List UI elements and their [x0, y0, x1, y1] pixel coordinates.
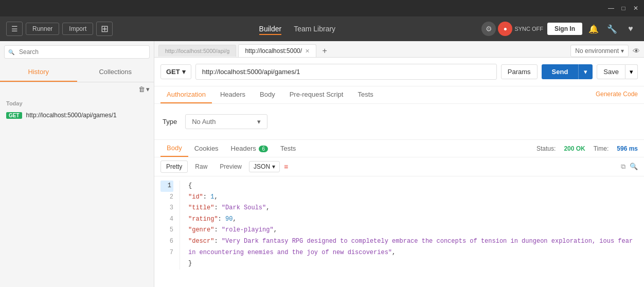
code-line-2: "id": 1,: [188, 192, 636, 203]
env-select[interactable]: No environment ▾: [570, 45, 629, 57]
wrench-icon[interactable]: 🔧: [605, 22, 619, 36]
line-numbers: 1 2 3 4 5 6 7: [154, 181, 180, 270]
method-select[interactable]: GET ▾: [160, 64, 191, 79]
heart-icon[interactable]: ♥: [623, 22, 638, 36]
maximize-button[interactable]: □: [619, 4, 628, 12]
env-chevron: ▾: [621, 47, 624, 55]
tab-headers[interactable]: Headers: [214, 86, 252, 103]
code-line-1: {: [188, 181, 636, 192]
code-line-7: }: [188, 258, 636, 270]
sync-area: ⚙ ● SYNC OFF: [481, 22, 543, 36]
app: ☰ Runner Import ⊞ Builder Team Library ⚙…: [0, 16, 644, 287]
auth-tabs: Authorization Headers Body Pre-request S…: [154, 86, 644, 104]
resp-icons: ⧉ 🔍: [621, 163, 638, 171]
time-value: 596 ms: [617, 145, 638, 152]
generate-code-link[interactable]: Generate Code: [596, 86, 638, 103]
type-label: Type: [163, 118, 177, 125]
method-chevron: ▾: [182, 68, 186, 76]
sidebar-toggle-button[interactable]: ☰: [6, 22, 23, 36]
collections-tab[interactable]: Collections: [77, 63, 154, 82]
runner-button[interactable]: Runner: [26, 23, 59, 35]
history-item[interactable]: GET http://localhost:5000/api/games/1: [6, 110, 148, 121]
titlebar: — □ ✕: [0, 0, 644, 16]
close-tab-icon[interactable]: ✕: [305, 48, 310, 55]
status-label: Status:: [536, 145, 556, 152]
tab-body[interactable]: Body: [254, 86, 281, 103]
save-button[interactable]: Save: [597, 64, 625, 79]
trash-button[interactable]: 🗑 ▾: [138, 85, 150, 93]
sidebar-tabs: History Collections: [0, 63, 154, 82]
auth-content: Type No Auth ▾: [154, 104, 644, 139]
save-dropdown-button[interactable]: ▾: [625, 64, 638, 79]
tab-pre-request[interactable]: Pre-request Script: [283, 86, 350, 103]
env-label: No environment: [575, 47, 619, 55]
tab-tests[interactable]: Tests: [351, 86, 379, 103]
line-num-2: 2: [160, 192, 173, 203]
trash-icon: 🗑: [138, 85, 145, 93]
code-line-6: "descr": "Very Dark fantasy RPG designed…: [188, 236, 636, 258]
resp-tab-body[interactable]: Body: [160, 140, 188, 157]
resp-body-tabs: Pretty Raw Preview JSON ▾ ≡ ⧉ 🔍: [154, 157, 644, 176]
request-tab-1[interactable]: http://localhost:5000/api/g: [158, 45, 236, 57]
close-button[interactable]: ✕: [632, 4, 640, 12]
body-area: History Collections 🗑 ▾ Today GET http:/…: [0, 41, 644, 287]
send-dropdown-button[interactable]: ▾: [578, 64, 593, 79]
resp-headers-label: Headers: [231, 145, 256, 152]
request-tabs-bar: http://localhost:5000/api/g http://local…: [154, 41, 644, 58]
history-url: http://localhost:5000/api/games/1: [26, 112, 117, 119]
time-label: Time:: [594, 145, 609, 152]
json-label: JSON: [254, 163, 270, 170]
search-wrap: [4, 45, 150, 59]
topnav-right: ⚙ ● SYNC OFF Sign In 🔔 🔧 ♥: [481, 22, 638, 36]
builder-tab[interactable]: Builder: [259, 23, 282, 35]
resp-body-tab-preview[interactable]: Preview: [214, 161, 247, 172]
import-button[interactable]: Import: [62, 23, 93, 35]
resp-tab-tests[interactable]: Tests: [274, 140, 302, 156]
url-input[interactable]: [195, 64, 497, 80]
line-num-1: 1: [160, 181, 173, 192]
wrap-icon[interactable]: ≡: [284, 163, 288, 171]
tab-authorization[interactable]: Authorization: [160, 86, 212, 103]
auth-type-chevron: ▾: [257, 118, 261, 125]
signin-button[interactable]: Sign In: [547, 23, 582, 35]
params-button[interactable]: Params: [501, 64, 538, 79]
resp-tab-cookies[interactable]: Cookies: [188, 140, 225, 156]
json-format-select[interactable]: JSON ▾: [249, 161, 280, 172]
status-value: 200 OK: [564, 145, 585, 152]
main-content: http://localhost:5000/api/g http://local…: [154, 41, 644, 287]
request-row: GET ▾ Params Send ▾ Save ▾: [154, 58, 644, 86]
copy-icon[interactable]: ⧉: [621, 163, 625, 171]
search-input[interactable]: [4, 45, 150, 59]
settings-icon[interactable]: ⚙: [481, 22, 496, 36]
sync-off-icon[interactable]: ●: [498, 22, 512, 36]
resp-body-tab-raw[interactable]: Raw: [190, 161, 212, 172]
line-num-5: 5: [160, 225, 173, 236]
send-button[interactable]: Send: [542, 64, 579, 79]
method-badge: GET: [6, 112, 22, 119]
sidebar-section: Today GET http://localhost:5000/api/game…: [0, 96, 154, 125]
response-tabs-row: Body Cookies Headers 6 Tests Status: 200…: [154, 140, 644, 157]
line-num-7: 7: [160, 247, 173, 259]
request-tab-2[interactable]: http://localhost:5000/ ✕: [238, 44, 316, 57]
method-label: GET: [166, 68, 180, 76]
send-button-group: Send ▾: [542, 64, 593, 79]
minimize-button[interactable]: —: [607, 4, 615, 12]
tab2-url: http://localhost:5000/: [245, 47, 302, 55]
eye-icon[interactable]: 👁: [633, 47, 640, 55]
sidebar-actions: 🗑 ▾: [0, 82, 154, 96]
code-line-5: "genre": "role-playing",: [188, 225, 636, 236]
env-area: No environment ▾ 👁: [570, 45, 640, 57]
trash-chevron: ▾: [146, 85, 150, 93]
search-response-icon[interactable]: 🔍: [630, 163, 638, 171]
team-library-tab[interactable]: Team Library: [294, 23, 335, 35]
new-tab-button[interactable]: ⊞: [96, 22, 113, 36]
history-tab[interactable]: History: [0, 63, 77, 82]
sync-off-label: SYNC OFF: [514, 26, 543, 32]
auth-type-select[interactable]: No Auth ▾: [185, 114, 267, 129]
add-tab-button[interactable]: +: [318, 45, 331, 57]
resp-body-tab-pretty[interactable]: Pretty: [160, 160, 188, 173]
resp-tab-headers[interactable]: Headers 6: [225, 140, 274, 156]
topnav-left: ☰ Runner Import ⊞: [6, 22, 113, 36]
code-content[interactable]: { "id": 1, "title": "Dark Souls", "ratin…: [180, 181, 644, 270]
bell-icon[interactable]: 🔔: [586, 22, 601, 36]
